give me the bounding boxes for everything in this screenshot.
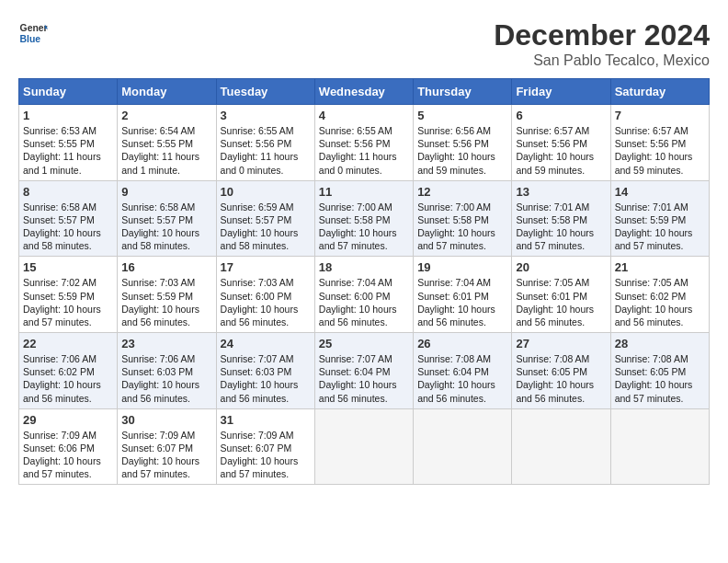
- day-info: Sunrise: 6:54 AM Sunset: 5:55 PM Dayligh…: [121, 125, 199, 176]
- day-info: Sunrise: 6:56 AM Sunset: 5:56 PM Dayligh…: [417, 125, 495, 176]
- calendar-day-cell: 25Sunrise: 7:07 AM Sunset: 6:04 PM Dayli…: [314, 333, 413, 409]
- day-info: Sunrise: 7:08 AM Sunset: 6:05 PM Dayligh…: [516, 353, 594, 404]
- day-number: 15: [23, 260, 113, 274]
- calendar-day-cell: 11Sunrise: 7:00 AM Sunset: 5:58 PM Dayli…: [314, 180, 413, 257]
- day-info: Sunrise: 7:05 AM Sunset: 6:02 PM Dayligh…: [615, 277, 693, 327]
- calendar-header-saturday: Saturday: [610, 79, 709, 105]
- day-info: Sunrise: 6:53 AM Sunset: 5:55 PM Dayligh…: [23, 125, 101, 176]
- calendar-day-cell: 18Sunrise: 7:04 AM Sunset: 6:00 PM Dayli…: [314, 257, 413, 333]
- day-info: Sunrise: 7:01 AM Sunset: 5:59 PM Dayligh…: [615, 201, 693, 252]
- calendar-day-cell: 31Sunrise: 7:09 AM Sunset: 6:07 PM Dayli…: [216, 408, 314, 485]
- day-info: Sunrise: 6:55 AM Sunset: 5:56 PM Dayligh…: [319, 125, 397, 176]
- day-info: Sunrise: 7:02 AM Sunset: 5:59 PM Dayligh…: [23, 277, 101, 327]
- day-number: 5: [417, 109, 507, 122]
- day-info: Sunrise: 6:57 AM Sunset: 5:56 PM Dayligh…: [516, 125, 594, 176]
- day-number: 9: [121, 185, 211, 199]
- calendar-day-cell: 21Sunrise: 7:05 AM Sunset: 6:02 PM Dayli…: [610, 257, 709, 333]
- day-info: Sunrise: 7:07 AM Sunset: 6:04 PM Dayligh…: [319, 353, 397, 404]
- day-info: Sunrise: 6:57 AM Sunset: 5:56 PM Dayligh…: [615, 125, 693, 176]
- calendar-header-thursday: Thursday: [414, 79, 512, 105]
- calendar-day-cell: 6Sunrise: 6:57 AM Sunset: 5:56 PM Daylig…: [512, 105, 610, 181]
- day-number: 13: [516, 185, 606, 199]
- logo-icon: General Blue: [18, 18, 48, 48]
- day-info: Sunrise: 7:03 AM Sunset: 6:00 PM Dayligh…: [221, 277, 299, 327]
- day-info: Sunrise: 7:08 AM Sunset: 6:05 PM Dayligh…: [615, 353, 693, 404]
- calendar-week-row: 29Sunrise: 7:09 AM Sunset: 6:06 PM Dayli…: [19, 408, 710, 485]
- calendar-day-cell: 20Sunrise: 7:05 AM Sunset: 6:01 PM Dayli…: [512, 257, 610, 333]
- calendar-day-cell: 10Sunrise: 6:59 AM Sunset: 5:57 PM Dayli…: [216, 180, 314, 257]
- calendar-day-cell: [610, 408, 709, 485]
- day-info: Sunrise: 6:55 AM Sunset: 5:56 PM Dayligh…: [221, 125, 299, 176]
- calendar-day-cell: 17Sunrise: 7:03 AM Sunset: 6:00 PM Dayli…: [216, 257, 314, 333]
- day-number: 26: [417, 337, 507, 350]
- day-number: 30: [121, 413, 211, 427]
- day-info: Sunrise: 7:06 AM Sunset: 6:03 PM Dayligh…: [121, 353, 199, 404]
- day-info: Sunrise: 7:03 AM Sunset: 5:59 PM Dayligh…: [121, 277, 199, 327]
- day-number: 8: [23, 185, 113, 199]
- title-area: December 2024 San Pablo Tecalco, Mexico: [494, 18, 710, 69]
- calendar-table: SundayMondayTuesdayWednesdayThursdayFrid…: [18, 78, 710, 485]
- calendar-header-friday: Friday: [512, 79, 610, 105]
- day-number: 6: [516, 109, 606, 122]
- day-info: Sunrise: 7:00 AM Sunset: 5:58 PM Dayligh…: [417, 201, 495, 252]
- day-number: 1: [23, 109, 113, 122]
- day-number: 17: [221, 260, 311, 274]
- calendar-day-cell: 4Sunrise: 6:55 AM Sunset: 5:56 PM Daylig…: [314, 105, 413, 181]
- calendar-day-cell: 14Sunrise: 7:01 AM Sunset: 5:59 PM Dayli…: [610, 180, 709, 257]
- day-number: 18: [319, 260, 409, 274]
- day-info: Sunrise: 6:58 AM Sunset: 5:57 PM Dayligh…: [121, 201, 199, 252]
- calendar-header-monday: Monday: [118, 79, 216, 105]
- day-number: 20: [516, 260, 606, 274]
- svg-text:General: General: [20, 23, 48, 33]
- calendar-day-cell: 27Sunrise: 7:08 AM Sunset: 6:05 PM Dayli…: [512, 333, 610, 409]
- calendar-header-wednesday: Wednesday: [314, 79, 413, 105]
- calendar-week-row: 8Sunrise: 6:58 AM Sunset: 5:57 PM Daylig…: [19, 180, 710, 257]
- calendar-day-cell: 30Sunrise: 7:09 AM Sunset: 6:07 PM Dayli…: [118, 408, 216, 485]
- day-info: Sunrise: 7:09 AM Sunset: 6:06 PM Dayligh…: [23, 430, 101, 480]
- day-number: 19: [417, 260, 507, 274]
- day-info: Sunrise: 7:06 AM Sunset: 6:02 PM Dayligh…: [23, 353, 101, 404]
- calendar-day-cell: 24Sunrise: 7:07 AM Sunset: 6:03 PM Dayli…: [216, 333, 314, 409]
- calendar-day-cell: 26Sunrise: 7:08 AM Sunset: 6:04 PM Dayli…: [414, 333, 512, 409]
- calendar-day-cell: [512, 408, 610, 485]
- day-number: 11: [319, 185, 409, 199]
- day-info: Sunrise: 7:01 AM Sunset: 5:58 PM Dayligh…: [516, 201, 594, 252]
- day-number: 16: [121, 260, 211, 274]
- day-info: Sunrise: 7:00 AM Sunset: 5:58 PM Dayligh…: [319, 201, 397, 252]
- calendar-day-cell: 7Sunrise: 6:57 AM Sunset: 5:56 PM Daylig…: [610, 105, 709, 181]
- svg-text:Blue: Blue: [20, 34, 41, 44]
- calendar-week-row: 1Sunrise: 6:53 AM Sunset: 5:55 PM Daylig…: [19, 105, 710, 181]
- day-info: Sunrise: 6:59 AM Sunset: 5:57 PM Dayligh…: [221, 201, 299, 252]
- day-number: 29: [23, 413, 113, 427]
- calendar-day-cell: 19Sunrise: 7:04 AM Sunset: 6:01 PM Dayli…: [414, 257, 512, 333]
- calendar-day-cell: 23Sunrise: 7:06 AM Sunset: 6:03 PM Dayli…: [118, 333, 216, 409]
- day-number: 24: [221, 337, 311, 350]
- calendar-week-row: 22Sunrise: 7:06 AM Sunset: 6:02 PM Dayli…: [19, 333, 710, 409]
- calendar-day-cell: [314, 408, 413, 485]
- calendar-week-row: 15Sunrise: 7:02 AM Sunset: 5:59 PM Dayli…: [19, 257, 710, 333]
- day-number: 2: [121, 109, 211, 122]
- calendar-day-cell: 9Sunrise: 6:58 AM Sunset: 5:57 PM Daylig…: [118, 180, 216, 257]
- calendar-day-cell: 13Sunrise: 7:01 AM Sunset: 5:58 PM Dayli…: [512, 180, 610, 257]
- day-number: 12: [417, 185, 507, 199]
- day-number: 31: [221, 413, 311, 427]
- day-info: Sunrise: 6:58 AM Sunset: 5:57 PM Dayligh…: [23, 201, 101, 252]
- calendar-day-cell: 29Sunrise: 7:09 AM Sunset: 6:06 PM Dayli…: [19, 408, 118, 485]
- calendar-day-cell: [414, 408, 512, 485]
- day-info: Sunrise: 7:07 AM Sunset: 6:03 PM Dayligh…: [221, 353, 299, 404]
- page-title: December 2024: [494, 18, 710, 52]
- day-number: 21: [615, 260, 705, 274]
- day-number: 27: [516, 337, 606, 350]
- calendar-day-cell: 12Sunrise: 7:00 AM Sunset: 5:58 PM Dayli…: [414, 180, 512, 257]
- day-info: Sunrise: 7:09 AM Sunset: 6:07 PM Dayligh…: [121, 430, 199, 480]
- day-info: Sunrise: 7:09 AM Sunset: 6:07 PM Dayligh…: [221, 430, 299, 480]
- day-number: 23: [121, 337, 211, 350]
- day-number: 28: [615, 337, 705, 350]
- calendar-day-cell: 3Sunrise: 6:55 AM Sunset: 5:56 PM Daylig…: [216, 105, 314, 181]
- calendar-header-sunday: Sunday: [19, 79, 118, 105]
- day-number: 10: [221, 185, 311, 199]
- page-subtitle: San Pablo Tecalco, Mexico: [494, 52, 710, 69]
- calendar-day-cell: 16Sunrise: 7:03 AM Sunset: 5:59 PM Dayli…: [118, 257, 216, 333]
- calendar-header-tuesday: Tuesday: [216, 79, 314, 105]
- header: General Blue December 2024 San Pablo Tec…: [18, 18, 710, 69]
